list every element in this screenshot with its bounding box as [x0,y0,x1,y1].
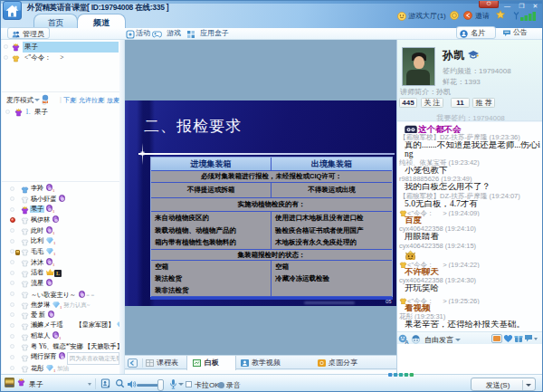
tab-video[interactable]: 教学视频 [240,356,292,370]
send-button[interactable]: 发送(S) [471,378,536,391]
power-button[interactable]: ⏻ [479,1,499,8]
slide: 二、报检要求 进境集装箱 出境集装箱 必须对集装箱进行报检，未经报检或CIQ许可… [125,100,396,306]
status-ring [4,44,8,49]
add-user-icon[interactable] [100,378,110,388]
chat-input[interactable] [397,344,543,374]
status-ring [10,366,14,370]
shirt-icon [21,237,29,246]
emotion-font-icon[interactable]: A [398,334,409,344]
microphone-icon[interactable] [169,378,177,390]
tab-desktop-share[interactable]: 桌面分享 [317,356,369,370]
star-icon[interactable] [496,10,505,19]
chevron-down-icon[interactable] [178,383,184,386]
status-ring [10,312,14,317]
heart-icon[interactable] [503,334,513,343]
card-button[interactable]: 名片 [456,26,496,39]
member-row[interactable]: 此时 1 [2,226,120,237]
member-row[interactable]: 流星 [2,279,120,290]
tab-schedule[interactable]: 课程表 [145,356,186,370]
game-hall-button[interactable]: 游戏大厅(1) [397,11,446,21]
table-row: 来自动植物疫区的装载动植物、动植物产品的箱内带有植物性包装物料的 使用进口木地板… [151,212,392,250]
divider [142,359,143,368]
table-row: 实施动植物检疫的有： [151,198,392,212]
chat-meta-line: <"今令： > (19:24:09) [399,208,543,216]
tv-emoji-icon [405,125,417,133]
yellow-shirt-icon [399,296,407,304]
coin-icon[interactable] [450,11,459,20]
activity-button[interactable]: 活动 [126,28,150,40]
follow-button[interactable]: 关 注 [421,98,443,108]
game-button[interactable]: 游戏 [152,28,181,40]
recommend-button[interactable]: 推 荐 [472,98,495,108]
maximize-button[interactable]: ❐ [516,2,528,11]
status-ring [10,186,14,191]
member-row[interactable]: 沐沐 1 [2,258,120,269]
member-row[interactable]: 活着 L [2,268,120,279]
member-name: 李羚 1 [30,184,54,195]
tab-home[interactable]: 首页 [33,14,78,28]
member-row[interactable]: 杨小虾蛋 [2,195,120,206]
member-row[interactable]: 毛毛 1 [2,247,120,258]
microphone-icon [41,94,50,105]
member-row[interactable]: 果子 1 [2,205,120,215]
collapse-panel-icon[interactable] [128,359,138,368]
member-row[interactable]: 比利 1 [2,236,120,247]
volume-knob[interactable] [157,379,164,391]
share-icon[interactable] [463,11,472,20]
tab-whiteboard[interactable]: 白板 [186,356,236,370]
mic-allow-link[interactable]: 允许拉麦 [79,96,104,105]
member-row[interactable]: 李羚 1 [2,184,120,195]
member-row[interactable]: 焦梦琳 1 努力认真~ [2,300,120,311]
magic-emoji-icon[interactable] [411,334,421,344]
video-tv-icon[interactable] [491,334,502,343]
member-row[interactable]: 枫伊林 [2,215,120,226]
bottom-bar: 果子 卡拉OK 录音 发送(S) [1,374,543,392]
member-row[interactable]: 粤 Y6、蝶恋*'安娜 【天籁歌手】 [2,342,120,353]
whiteboard-tabs: 课程表 白板 教学视频 桌面分享 [125,355,396,369]
mic-down-link[interactable]: 下麦 [63,96,76,105]
member-row[interactable]: 稻草人 1 [2,331,120,342]
mic-queue-row[interactable]: 1. 果子 [2,107,119,118]
yellow-shirt-icon [399,260,407,268]
chat-meta-line: r9818885626 (19:23:49) [399,175,543,183]
avatar[interactable] [5,378,14,387]
purple-badge-icon [52,331,59,339]
admin-button[interactable]: 管理员 [7,27,50,39]
table-cell: 出境集装箱 [272,158,392,170]
member-row[interactable]: 濑嫲メ千瑶 【皇家军团】 1 [2,320,120,331]
tab-channel[interactable]: 频道 [77,14,126,28]
shirt-icon [21,290,29,299]
karaoke-checkbox[interactable] [186,381,192,387]
member-name: 稻草人 1 [30,331,61,342]
chat-message-line: 5.0无白板，4.7才有 [399,200,543,208]
whiteboard-area: 二、报检要求 进境集装箱 出境集装箱 必须对集装箱进行报检，未经报检或CIQ许可… [125,40,396,355]
member-name: 枫伊林 [30,215,59,225]
chevron-down-icon[interactable] [88,383,91,386]
status-ring [5,110,10,114]
close-button[interactable]: ✕ [529,2,541,11]
record-icon[interactable] [218,382,224,388]
search-icon[interactable] [115,378,125,388]
teacher-card: 孙凯 签约频道：19794008 鲜花：1393 讲师简介：孙凯 445 关 注… [397,40,543,121]
chat-area[interactable]: 这个都不会【霜狼军校】DZ-扶苏-萨摩隆 (19:23:36)真的.......… [397,122,543,331]
member-row[interactable]: ～い歌宴主り～ = = [2,290,120,301]
chat-meta-line: cyx406422358 (19:24:15) [399,242,543,250]
gift-icon[interactable] [514,334,523,343]
chat-message-line: 开玩笑哈 [399,284,543,292]
member-row[interactable]: 爱 新 [2,311,120,321]
diamond-badge-icon [52,301,60,308]
status-ring [10,271,14,275]
appbox-button[interactable]: 应用盒子 [186,28,229,40]
speaker-icon[interactable] [127,379,137,389]
chat-bubble-icon[interactable] [524,334,533,343]
invite-button[interactable]: 邀请 [475,11,490,21]
purple-badge-icon [48,311,54,318]
status-ring [10,239,14,244]
member-row[interactable]: 绳行探育 因为表喜欢确定无疑... [2,352,120,363]
channel-root-row[interactable]: 果子 [2,42,119,53]
mic-release-link[interactable]: 放麦 [107,96,119,105]
mic-mode-label[interactable]: 麦序模式 [6,96,33,105]
channel-sub-row[interactable]: <"今令： > [2,53,119,63]
status-ring [10,207,14,212]
notice-button[interactable]: 公告 [500,26,539,39]
